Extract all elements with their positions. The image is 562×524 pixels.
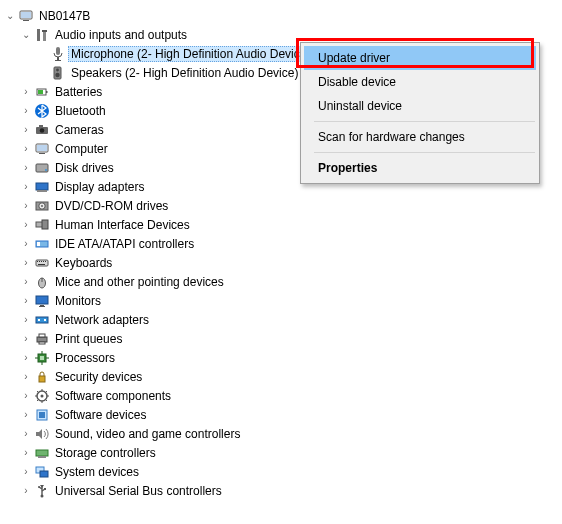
storage-controllers-icon — [34, 445, 50, 461]
svg-rect-8 — [55, 60, 61, 61]
category-label: Print queues — [52, 331, 125, 347]
tree-category[interactable]: ›DVD/CD-ROM drives — [4, 196, 562, 215]
tree-category[interactable]: ›Storage controllers — [4, 443, 562, 462]
chevron-right-icon[interactable]: › — [20, 333, 32, 345]
chevron-right-icon[interactable]: › — [20, 276, 32, 288]
chevron-right-icon[interactable]: › — [20, 390, 32, 402]
svg-rect-13 — [46, 91, 48, 93]
svg-rect-25 — [37, 190, 47, 192]
svg-rect-65 — [40, 471, 48, 477]
category-label: Software devices — [52, 407, 149, 423]
security-devices-icon — [34, 369, 50, 385]
svg-rect-38 — [45, 261, 46, 262]
category-label: Human Interface Devices — [52, 217, 193, 233]
tree-category[interactable]: ›Software devices — [4, 405, 562, 424]
hid-icon — [34, 217, 50, 233]
keyboards-icon — [34, 255, 50, 271]
category-label: Batteries — [52, 84, 105, 100]
context-menu: Update driver Disable device Uninstall d… — [300, 42, 540, 184]
category-label: Storage controllers — [52, 445, 159, 461]
chevron-right-icon[interactable]: › — [20, 314, 32, 326]
category-label: System devices — [52, 464, 142, 480]
svg-rect-49 — [39, 334, 45, 337]
tree-category[interactable]: ›Keyboards — [4, 253, 562, 272]
svg-rect-61 — [39, 412, 45, 418]
chevron-right-icon[interactable]: › — [20, 466, 32, 478]
chevron-right-icon[interactable]: › — [20, 143, 32, 155]
menu-properties[interactable]: Properties — [304, 156, 536, 180]
chevron-right-icon[interactable]: › — [20, 257, 32, 269]
device-label: Speakers (2- High Definition Audio Devic… — [68, 65, 301, 81]
menu-separator — [314, 152, 535, 153]
ide-ata-icon — [34, 236, 50, 252]
tree-category[interactable]: ›IDE ATA/ATAPI controllers — [4, 234, 562, 253]
category-label: Keyboards — [52, 255, 115, 271]
chevron-right-icon[interactable]: › — [20, 162, 32, 174]
svg-rect-2 — [21, 12, 31, 18]
menu-disable-device[interactable]: Disable device — [304, 70, 536, 94]
tree-category[interactable]: ›Security devices — [4, 367, 562, 386]
speakers-icon — [50, 65, 66, 81]
svg-rect-50 — [39, 342, 45, 344]
svg-point-68 — [38, 486, 40, 488]
svg-rect-43 — [40, 305, 44, 306]
tree-category[interactable]: ›Human Interface Devices — [4, 215, 562, 234]
svg-rect-35 — [39, 261, 40, 262]
svg-rect-7 — [57, 57, 59, 60]
tree-category[interactable]: ›Universal Serial Bus controllers — [4, 481, 562, 500]
chevron-right-icon[interactable]: › — [20, 428, 32, 440]
svg-rect-24 — [36, 183, 48, 190]
tree-category[interactable]: ›Network adapters — [4, 310, 562, 329]
svg-rect-57 — [39, 376, 45, 382]
chevron-right-icon[interactable]: › — [20, 200, 32, 212]
tree-category[interactable]: ›Mice and other pointing devices — [4, 272, 562, 291]
menu-scan-hardware[interactable]: Scan for hardware changes — [304, 125, 536, 149]
svg-rect-36 — [41, 261, 42, 262]
svg-rect-42 — [36, 296, 48, 304]
chevron-right-icon[interactable]: › — [20, 371, 32, 383]
svg-point-17 — [40, 128, 45, 133]
chevron-right-icon[interactable]: › — [20, 238, 32, 250]
menu-uninstall-device[interactable]: Uninstall device — [304, 94, 536, 118]
tree-category[interactable]: ›Print queues — [4, 329, 562, 348]
tree-category[interactable]: ›Monitors — [4, 291, 562, 310]
tree-root[interactable]: ⌄ NB0147B — [4, 6, 562, 25]
chevron-right-icon[interactable]: › — [20, 409, 32, 421]
network-adapters-icon — [34, 312, 50, 328]
tree-category[interactable]: ›Sound, video and game controllers — [4, 424, 562, 443]
monitors-icon — [34, 293, 50, 309]
chevron-right-icon[interactable]: › — [20, 447, 32, 459]
svg-rect-20 — [39, 153, 45, 154]
chevron-right-icon[interactable]: › — [20, 86, 32, 98]
category-label: Disk drives — [52, 160, 117, 176]
menu-update-driver[interactable]: Update driver — [304, 46, 536, 70]
chevron-right-icon[interactable]: › — [20, 352, 32, 364]
svg-rect-45 — [36, 317, 48, 323]
category-label: Universal Serial Bus controllers — [52, 483, 225, 499]
category-label: Monitors — [52, 293, 104, 309]
microphone-icon — [50, 46, 66, 62]
chevron-down-icon[interactable]: ⌄ — [20, 29, 32, 41]
usb-controllers-icon — [34, 483, 50, 499]
chevron-right-icon[interactable]: › — [20, 295, 32, 307]
svg-rect-32 — [37, 242, 40, 246]
svg-rect-34 — [37, 261, 38, 262]
tree-category[interactable]: ›Software components — [4, 386, 562, 405]
svg-rect-37 — [43, 261, 44, 262]
chevron-right-icon[interactable]: › — [20, 181, 32, 193]
disk-drives-icon — [34, 160, 50, 176]
svg-rect-3 — [37, 29, 40, 41]
chevron-right-icon[interactable]: › — [20, 219, 32, 231]
chevron-right-icon[interactable]: › — [20, 124, 32, 136]
tree-category[interactable]: ›Processors — [4, 348, 562, 367]
svg-rect-48 — [37, 337, 47, 342]
chevron-down-icon[interactable]: ⌄ — [4, 10, 16, 22]
tree-category[interactable]: ›System devices — [4, 462, 562, 481]
svg-rect-62 — [36, 450, 48, 456]
category-label: Network adapters — [52, 312, 152, 328]
chevron-right-icon[interactable]: › — [20, 485, 32, 497]
computer-icon — [34, 141, 50, 157]
chevron-right-icon[interactable]: › — [20, 105, 32, 117]
category-label: DVD/CD-ROM drives — [52, 198, 171, 214]
svg-rect-4 — [43, 31, 46, 41]
